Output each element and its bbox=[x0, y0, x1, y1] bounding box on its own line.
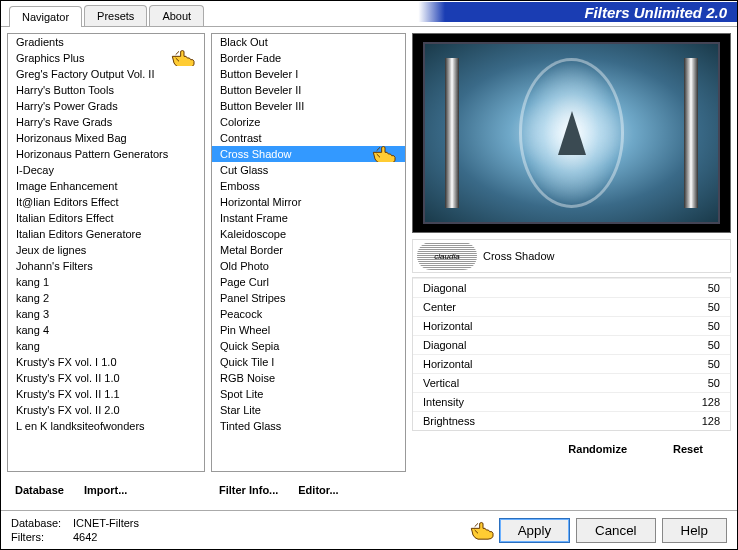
list-item[interactable]: kang 1 bbox=[8, 274, 204, 290]
header: Navigator Presets About Filters Unlimite… bbox=[1, 1, 737, 27]
help-button[interactable]: Help bbox=[662, 518, 727, 543]
cancel-button[interactable]: Cancel bbox=[576, 518, 656, 543]
import-button[interactable]: Import... bbox=[76, 480, 135, 500]
randomize-button[interactable]: Randomize bbox=[560, 439, 635, 459]
database-label: Database: bbox=[11, 517, 67, 529]
category-column: GradientsGraphics PlusGreg's Factory Out… bbox=[7, 33, 205, 504]
param-row[interactable]: Intensity128 bbox=[413, 392, 730, 411]
status-bar: Database: ICNET-Filters Filters: 4642 bbox=[11, 517, 139, 543]
list-item[interactable]: Pin Wheel bbox=[212, 322, 405, 338]
action-buttons: Apply Cancel Help bbox=[499, 518, 727, 543]
param-value: 128 bbox=[702, 396, 720, 408]
param-label: Horizontal bbox=[423, 320, 473, 332]
list-item[interactable]: Old Photo bbox=[212, 258, 405, 274]
pointer-icon bbox=[371, 146, 399, 162]
param-label: Vertical bbox=[423, 377, 459, 389]
list-item[interactable]: Peacock bbox=[212, 306, 405, 322]
list-item[interactable]: Krusty's FX vol. I 1.0 bbox=[8, 354, 204, 370]
tabs: Navigator Presets About bbox=[9, 5, 206, 26]
list-item[interactable]: Krusty's FX vol. II 1.1 bbox=[8, 386, 204, 402]
list-item[interactable]: Kaleidoscope bbox=[212, 226, 405, 242]
filter-name-row: claudia Cross Shadow bbox=[412, 239, 731, 273]
reset-button[interactable]: Reset bbox=[665, 439, 711, 459]
param-row[interactable]: Horizontal50 bbox=[413, 316, 730, 335]
filters-value: 4642 bbox=[73, 531, 97, 543]
list-item[interactable]: It@lian Editors Effect bbox=[8, 194, 204, 210]
param-value: 50 bbox=[708, 282, 720, 294]
param-row[interactable]: Brightness128 bbox=[413, 411, 730, 430]
param-value: 50 bbox=[708, 377, 720, 389]
list-item[interactable]: Metal Border bbox=[212, 242, 405, 258]
list-item[interactable]: Horizonaus Mixed Bag bbox=[8, 130, 204, 146]
param-label: Horizontal bbox=[423, 358, 473, 370]
list-item[interactable]: Button Beveler III bbox=[212, 98, 405, 114]
param-value: 128 bbox=[702, 415, 720, 427]
list-item[interactable]: Jeux de lignes bbox=[8, 242, 204, 258]
main-content: GradientsGraphics PlusGreg's Factory Out… bbox=[1, 27, 737, 510]
list-item[interactable]: Button Beveler II bbox=[212, 82, 405, 98]
param-row[interactable]: Center50 bbox=[413, 297, 730, 316]
list-item[interactable]: Colorize bbox=[212, 114, 405, 130]
param-label: Brightness bbox=[423, 415, 475, 427]
list-item[interactable]: Quick Sepia bbox=[212, 338, 405, 354]
category-list[interactable]: GradientsGraphics PlusGreg's Factory Out… bbox=[8, 34, 204, 471]
list-item[interactable]: Harry's Button Tools bbox=[8, 82, 204, 98]
list-item[interactable]: Italian Editors Effect bbox=[8, 210, 204, 226]
list-item[interactable]: Quick Tile I bbox=[212, 354, 405, 370]
list-item[interactable]: L en K landksiteofwonders bbox=[8, 418, 204, 434]
footer: Database: ICNET-Filters Filters: 4642 Ap… bbox=[1, 510, 737, 549]
list-item[interactable]: Krusty's FX vol. II 1.0 bbox=[8, 370, 204, 386]
list-item[interactable]: Page Curl bbox=[212, 274, 405, 290]
eiffel-icon bbox=[558, 111, 586, 155]
filter-list[interactable]: Black OutBorder FadeButton Beveler IButt… bbox=[212, 34, 405, 471]
param-value: 50 bbox=[708, 301, 720, 313]
param-row[interactable]: Horizontal50 bbox=[413, 354, 730, 373]
database-button[interactable]: Database bbox=[7, 480, 72, 500]
pointer-icon bbox=[469, 520, 497, 540]
tab-navigator[interactable]: Navigator bbox=[9, 6, 82, 27]
list-item[interactable]: Horizonaus Pattern Generators bbox=[8, 146, 204, 162]
tab-about[interactable]: About bbox=[149, 5, 204, 26]
apply-button[interactable]: Apply bbox=[499, 518, 570, 543]
list-item[interactable]: kang 3 bbox=[8, 306, 204, 322]
list-item[interactable]: Italian Editors Generatore bbox=[8, 226, 204, 242]
list-item[interactable]: Johann's Filters bbox=[8, 258, 204, 274]
list-item[interactable]: Krusty's FX vol. II 2.0 bbox=[8, 402, 204, 418]
param-row[interactable]: Diagonal50 bbox=[413, 278, 730, 297]
tab-presets[interactable]: Presets bbox=[84, 5, 147, 26]
list-item[interactable]: Panel Stripes bbox=[212, 290, 405, 306]
param-row[interactable]: Diagonal50 bbox=[413, 335, 730, 354]
list-item[interactable]: Gradients bbox=[8, 34, 204, 50]
selected-filter-name: Cross Shadow bbox=[483, 250, 555, 262]
list-item[interactable]: Cut Glass bbox=[212, 162, 405, 178]
list-item[interactable]: Harry's Rave Grads bbox=[8, 114, 204, 130]
list-item[interactable]: kang bbox=[8, 338, 204, 354]
list-item[interactable]: kang 2 bbox=[8, 290, 204, 306]
list-item[interactable]: Contrast bbox=[212, 130, 405, 146]
list-item[interactable]: Border Fade bbox=[212, 50, 405, 66]
list-item[interactable]: Graphics Plus bbox=[8, 50, 204, 66]
list-item[interactable]: Harry's Power Grads bbox=[8, 98, 204, 114]
list-item[interactable]: Cross Shadow bbox=[212, 146, 405, 162]
list-item[interactable]: RGB Noise bbox=[212, 370, 405, 386]
list-item[interactable]: I-Decay bbox=[8, 162, 204, 178]
list-item[interactable]: Button Beveler I bbox=[212, 66, 405, 82]
preview-column: claudia Cross Shadow Diagonal50Center50H… bbox=[412, 33, 731, 504]
list-item[interactable]: Horizontal Mirror bbox=[212, 194, 405, 210]
filter-info-button[interactable]: Filter Info... bbox=[211, 480, 286, 500]
list-item[interactable]: Image Enhancement bbox=[8, 178, 204, 194]
parameter-list: Diagonal50Center50Horizontal50Diagonal50… bbox=[412, 277, 731, 431]
list-item[interactable]: Star Lite bbox=[212, 402, 405, 418]
list-item[interactable]: Black Out bbox=[212, 34, 405, 50]
author-badge: claudia bbox=[417, 242, 477, 270]
list-item[interactable]: Tinted Glass bbox=[212, 418, 405, 434]
list-item[interactable]: kang 4 bbox=[8, 322, 204, 338]
list-item[interactable]: Emboss bbox=[212, 178, 405, 194]
list-item[interactable]: Greg's Factory Output Vol. II bbox=[8, 66, 204, 82]
param-row[interactable]: Vertical50 bbox=[413, 373, 730, 392]
list-item[interactable]: Instant Frame bbox=[212, 210, 405, 226]
list-item[interactable]: Spot Lite bbox=[212, 386, 405, 402]
filter-column: Black OutBorder FadeButton Beveler IButt… bbox=[211, 33, 406, 504]
editor-button[interactable]: Editor... bbox=[290, 480, 346, 500]
param-value: 50 bbox=[708, 358, 720, 370]
